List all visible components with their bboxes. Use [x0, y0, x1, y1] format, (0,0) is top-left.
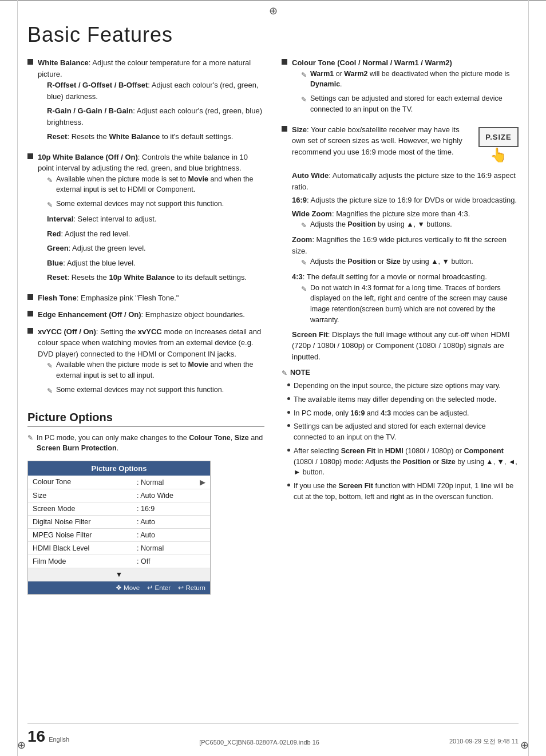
10p-note1: Available when the picture mode is set t… — [47, 174, 264, 196]
note-bullet-4-text: Settings can be adjusted and stored for … — [294, 421, 519, 443]
pencil-icon — [47, 175, 53, 185]
pencil-icon — [47, 200, 53, 210]
xvycc-content: xvYCC (Off / On): Setting the xvYCC mode… — [38, 326, 264, 399]
bullet-square — [27, 294, 33, 300]
row-value: : Normal — [137, 544, 205, 552]
10p-white-balance-item: 10p White Balance (Off / On): Controls t… — [27, 152, 264, 287]
pencil-icon — [282, 369, 287, 377]
page-number: 16 — [27, 727, 45, 746]
row-value: : 16:9 — [137, 505, 205, 513]
table-row[interactable]: MPEG Noise Filter : Auto — [28, 529, 210, 542]
wide-zoom-note: Adjusts the Position by using ▲, ▼ butto… — [301, 219, 519, 231]
picture-options-title: Picture Options — [27, 411, 264, 427]
table-row[interactable]: Film Mode : Off — [28, 555, 210, 568]
po-intro-text: In PC mode, you can only make changes to… — [37, 433, 264, 454]
10p-wb-title: 10p White Balance (Off / On): Controls t… — [38, 153, 248, 173]
colour-tone-content: Colour Tone (Cool / Normal / Warm1 / War… — [292, 57, 519, 118]
bullet-dot — [287, 397, 290, 400]
footer-file: [PC6500_XC]BN68-02807A-02L09.indb 16 — [199, 739, 319, 746]
wb-sub1: R-Offset / G-Offset / B-Offset: Adjust e… — [47, 80, 264, 102]
note-bullet-6-text: If you use the Screen Fit function with … — [294, 481, 519, 502]
picture-options-table: Picture Options Colour Tone : Normal ▶ S… — [27, 461, 211, 595]
language-label: English — [49, 736, 69, 743]
picture-options-section: Picture Options In PC mode, you can only… — [27, 411, 264, 595]
down-arrow-icon: ▼ — [116, 571, 122, 579]
psize-container: P.SIZE 👆 — [478, 127, 519, 166]
main-content: White Balance: Adjust the colour tempera… — [27, 57, 519, 595]
pencil-icon — [47, 386, 53, 396]
note-bullet-1: Depending on the input source, the pictu… — [287, 381, 519, 391]
po-table-header: Picture Options — [28, 461, 210, 476]
10p-wb-content: 10p White Balance (Off / On): Controls t… — [38, 152, 264, 287]
xvycc-note1-text: Available when the picture mode is set t… — [56, 359, 264, 381]
edge-enhancement-item: Edge Enhancement (Off / On): Emphasize o… — [27, 309, 264, 320]
page-title: Basic Features — [27, 23, 519, 47]
white-balance-content: White Balance: Adjust the colour tempera… — [38, 57, 264, 146]
flesh-tone-content: Flesh Tone: Emphasize pink "Flesh Tone." — [38, 292, 264, 304]
ct-note2-text: Settings can be adjusted and stored for … — [310, 93, 519, 115]
table-row[interactable]: Screen Mode : 16:9 — [28, 502, 210, 516]
note-bullet-5: After selecting Screen Fit in HDMI (1080… — [287, 446, 519, 478]
bullet-square — [27, 59, 33, 65]
row-value: : Normal ▶ — [137, 478, 205, 486]
note-label: NOTE — [290, 369, 310, 377]
note-bullet-4: Settings can be adjusted and stored for … — [287, 421, 519, 443]
43-note-text: Do not watch in 4:3 format for a long ti… — [310, 283, 519, 326]
wide-zoom-note-text: Adjusts the Position by using ▲, ▼ butto… — [310, 219, 519, 230]
right-column: Colour Tone (Cool / Normal / Warm1 / War… — [282, 57, 519, 595]
10p-blue: Blue: Adjust the blue level. — [47, 258, 264, 269]
wb-sub2: R-Gain / G-Gain / B-Gain: Adjust each co… — [47, 105, 264, 128]
bullet-dot — [287, 424, 290, 427]
bullet-dot — [287, 411, 290, 414]
xvycc-text: xvYCC (Off / On): Setting the xvYCC mode… — [38, 327, 261, 358]
row-value: : Auto — [137, 518, 205, 526]
note-bullet-3: In PC mode, only 16:9 and 4:3 modes can … — [287, 408, 519, 419]
white-balance-title: White Balance: Adjust the colour tempera… — [38, 58, 251, 78]
10p-red: Red: Adjust the red level. — [47, 228, 264, 240]
bullet-square — [282, 126, 287, 132]
size-content: Size: Your cable box/satellite receiver … — [292, 124, 519, 363]
white-balance-item: White Balance: Adjust the colour tempera… — [27, 57, 264, 146]
note-bullet-6: If you use the Screen Fit function with … — [287, 481, 519, 502]
top-divider — [0, 0, 546, 1]
table-row[interactable]: Colour Tone : Normal ▶ — [28, 476, 210, 489]
margin-line-left — [17, 0, 18, 756]
flesh-tone-item: Flesh Tone: Emphasize pink "Flesh Tone." — [27, 292, 264, 304]
margin-line-right — [528, 0, 529, 756]
row-value: : Off — [137, 557, 205, 565]
table-row[interactable]: Digital Noise Filter : Auto — [28, 516, 210, 529]
row-label: Colour Tone — [33, 478, 137, 486]
zoom-note: Adjusts the Position or Size by using ▲,… — [301, 256, 519, 268]
page-number-area: 16 English — [27, 727, 69, 746]
note-bullet-2: The available items may differ depending… — [287, 394, 519, 405]
bottom-right-crosshair-icon: ⊕ — [520, 739, 529, 751]
size-header-row: Size: Your cable box/satellite receiver … — [292, 124, 519, 166]
po-table-footer: ❖ Move ↵ Enter ↩ Return — [28, 581, 210, 594]
bullet-square — [27, 328, 33, 334]
zoom-para: Zoom: Magnifies the 16:9 wide pictures v… — [292, 234, 519, 256]
bullet-dot — [287, 449, 290, 452]
size-intro-text: Size: Your cable box/satellite receiver … — [292, 124, 474, 158]
top-crosshair-icon: ⊕ — [269, 5, 278, 17]
10p-reset: Reset: Resets the 10p White Balance to i… — [47, 272, 264, 283]
hand-icon: 👆 — [490, 145, 507, 165]
xvycc-note2: Some external devices may not support th… — [47, 385, 264, 396]
row-value: : Auto — [137, 531, 205, 539]
note-header: NOTE — [282, 368, 519, 377]
note-bullet-2-text: The available items may differ depending… — [294, 394, 519, 405]
note-bullet-5-text: After selecting Screen Fit in HDMI (1080… — [294, 446, 519, 478]
colour-tone-item: Colour Tone (Cool / Normal / Warm1 / War… — [282, 57, 519, 118]
table-row[interactable]: Size : Auto Wide — [28, 489, 210, 502]
screen-fit-para: Screen Fit: Displays the full image with… — [292, 329, 519, 363]
table-row[interactable]: HDMI Black Level : Normal — [28, 542, 210, 555]
row-label: HDMI Black Level — [33, 544, 137, 552]
10p-note2-text: Some external devices may not support th… — [56, 199, 264, 209]
row-label: Film Mode — [33, 557, 137, 565]
pencil-icon — [47, 361, 53, 371]
page: ⊕ Basic Features White Balance: Adjust t… — [0, 0, 546, 756]
psize-button[interactable]: P.SIZE — [478, 127, 519, 148]
row-value: : Auto Wide — [137, 492, 205, 500]
row-label: Size — [33, 492, 137, 500]
xvycc-note2-text: Some external devices may not support th… — [56, 385, 264, 395]
picture-options-note: In PC mode, you can only make changes to… — [27, 433, 264, 454]
